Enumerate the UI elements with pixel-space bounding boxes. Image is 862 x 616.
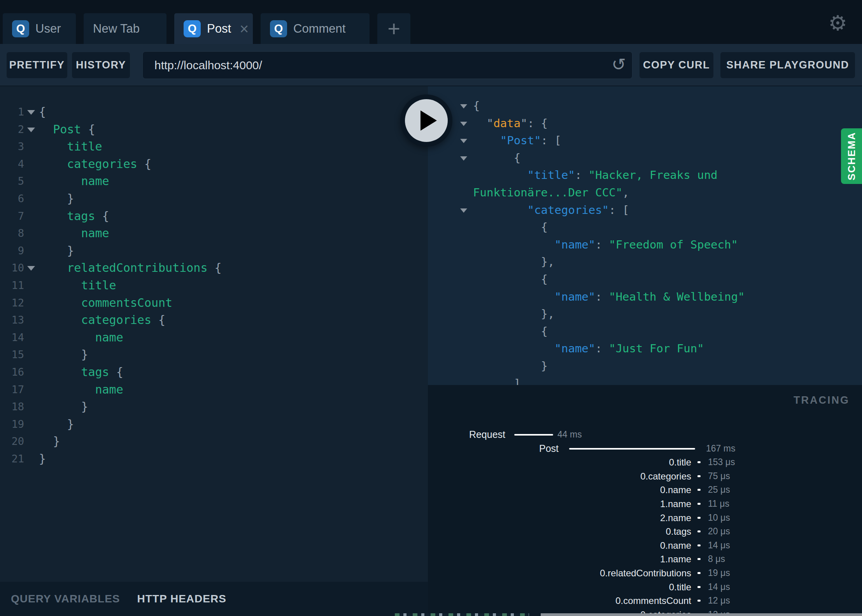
tracing-duration-bar xyxy=(697,544,701,546)
tab-comment[interactable]: Q Comment xyxy=(261,13,370,44)
editor-line: 1{ xyxy=(0,103,428,121)
tracing-row-label: 1.name xyxy=(428,552,691,566)
line-number: 1 xyxy=(0,103,24,121)
line-number: 11 xyxy=(0,277,24,294)
code-text: "data": { xyxy=(473,115,548,132)
query-badge-icon: Q xyxy=(12,20,29,37)
tracing-row-label: 0.title xyxy=(428,580,691,594)
line-number: 6 xyxy=(0,190,24,208)
fold-arrow-icon[interactable] xyxy=(27,266,35,271)
new-tab-button[interactable]: + xyxy=(377,13,410,44)
tracing-duration-bar xyxy=(697,503,701,505)
line-number: 17 xyxy=(0,381,24,399)
code-text: }, xyxy=(473,305,555,323)
editor-line: 15 } xyxy=(0,346,428,364)
tracing-row: Request44 ms xyxy=(428,428,862,442)
copy-curl-button[interactable]: COPY CURL xyxy=(639,52,713,78)
tracing-duration-value: 19 μs xyxy=(708,566,730,580)
line-number: 4 xyxy=(0,156,24,173)
code-text: categories { xyxy=(39,312,165,329)
query-badge-icon: Q xyxy=(184,20,201,37)
editor-line: 7 tags { xyxy=(0,208,428,225)
tracing-duration-bar xyxy=(514,434,553,436)
share-playground-button[interactable]: SHARE PLAYGROUND xyxy=(720,52,855,78)
tracing-duration-value: 25 μs xyxy=(708,483,730,497)
reload-schema-icon[interactable]: ↺ xyxy=(611,54,626,74)
schema-side-tab[interactable]: SCHEMA xyxy=(841,128,862,184)
code-text: tags { xyxy=(39,364,123,381)
line-number: 7 xyxy=(0,208,24,225)
tab-bar: Q User New Tab Q Post × Q Comment + ⚙ xyxy=(0,0,862,44)
response-line: "name": "Health & Wellbeing" xyxy=(428,288,862,306)
code-text: name xyxy=(39,329,123,346)
editor-line: 2 Post { xyxy=(0,121,428,138)
http-headers-tab[interactable]: HTTP HEADERS xyxy=(137,593,226,605)
response-line: "Post": [ xyxy=(428,132,862,149)
tracing-title: TRACING xyxy=(794,394,850,406)
code-text: } xyxy=(39,416,74,433)
line-number: 18 xyxy=(0,398,24,416)
tracing-row: 0.title153 μs xyxy=(428,455,862,469)
fold-arrow-icon[interactable] xyxy=(460,156,467,161)
tracing-row: Post167 ms xyxy=(428,442,862,456)
fold-arrow-icon[interactable] xyxy=(460,104,467,108)
tracing-row-label: Post xyxy=(428,442,559,456)
response-viewer: { "data": { "Post": [ { "title": "Hacker… xyxy=(428,86,862,385)
code-text: ] xyxy=(473,375,520,385)
response-line: "title": "Hacker, Freaks und xyxy=(428,166,862,184)
response-line: }, xyxy=(428,305,862,323)
editor-line: 8 name xyxy=(0,225,428,242)
fold-arrow-icon[interactable] xyxy=(460,139,467,143)
line-number: 19 xyxy=(0,416,24,433)
line-number: 21 xyxy=(0,450,24,468)
schema-tab-label: SCHEMA xyxy=(846,132,858,180)
code-text: "categories": [ xyxy=(473,201,629,219)
editor-line: 17 name xyxy=(0,381,428,399)
response-line: { xyxy=(428,149,862,167)
editor-line: 9 } xyxy=(0,242,428,260)
execute-query-button[interactable] xyxy=(400,94,452,147)
tracing-row: 0.relatedContributions19 μs xyxy=(428,566,862,580)
line-number: 15 xyxy=(0,346,24,364)
query-editor[interactable]: 1{2 Post {3 title4 categories {5 name6 }… xyxy=(0,86,428,582)
endpoint-url-field: ↺ xyxy=(142,51,632,79)
tracing-row: 0.name14 μs xyxy=(428,539,862,553)
editor-line: 4 categories { xyxy=(0,156,428,173)
query-badge-icon: Q xyxy=(270,20,287,37)
code-text: { xyxy=(473,149,520,167)
query-variables-tab[interactable]: QUERY VARIABLES xyxy=(11,593,120,605)
toolbar: PRETTIFY HISTORY ↺ COPY CURL SHARE PLAYG… xyxy=(0,44,862,86)
history-button[interactable]: HISTORY xyxy=(72,52,130,78)
code-text: { xyxy=(473,97,480,115)
tracing-duration-value: 167 ms xyxy=(706,442,735,456)
prettify-button[interactable]: PRETTIFY xyxy=(7,52,67,78)
editor-line: 14 name xyxy=(0,329,428,346)
settings-gear-icon[interactable]: ⚙ xyxy=(829,11,847,35)
tab-post[interactable]: Q Post × xyxy=(174,13,253,44)
tracing-rows: Request44 msPost167 ms0.title153 μs0.cat… xyxy=(428,428,862,616)
endpoint-url-input[interactable] xyxy=(143,52,632,79)
fold-arrow-icon[interactable] xyxy=(27,128,35,132)
tracing-duration-value: 153 μs xyxy=(708,455,735,469)
code-text: }, xyxy=(473,253,555,271)
tracing-duration-bar xyxy=(697,475,701,477)
code-text: relatedContributions { xyxy=(39,259,222,277)
code-text: } xyxy=(39,433,60,450)
fold-arrow-icon[interactable] xyxy=(460,122,467,126)
response-line: { xyxy=(428,97,862,115)
play-icon xyxy=(420,110,437,131)
tracing-row-label: Request xyxy=(428,428,505,442)
tab-new-tab[interactable]: New Tab xyxy=(84,13,166,44)
fold-arrow-icon[interactable] xyxy=(460,208,467,213)
close-tab-icon[interactable]: × xyxy=(240,21,249,37)
tracing-row: 0.commentsCount12 μs xyxy=(428,594,862,608)
code-text: { xyxy=(473,323,548,340)
tab-user[interactable]: Q User xyxy=(3,13,76,44)
response-line: "name": "Just For Fun" xyxy=(428,340,862,357)
fold-arrow-icon[interactable] xyxy=(27,110,35,115)
tracing-row-label: 2.name xyxy=(428,511,691,525)
tracing-row: 0.title14 μs xyxy=(428,580,862,594)
line-number: 13 xyxy=(0,312,24,329)
editor-line: 20 } xyxy=(0,433,428,450)
tracing-horizontal-scrollbar[interactable] xyxy=(541,613,862,616)
